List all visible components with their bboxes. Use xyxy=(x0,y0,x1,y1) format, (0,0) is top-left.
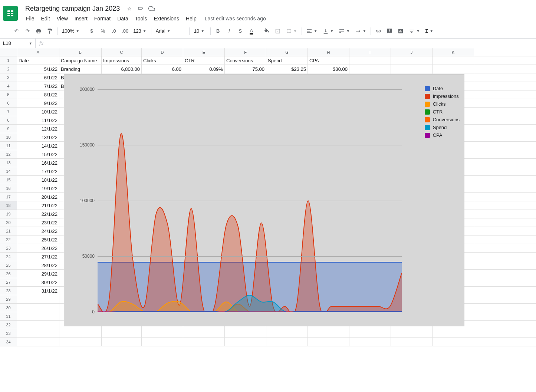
name-box[interactable]: L18▼ xyxy=(0,39,36,48)
cell[interactable] xyxy=(225,338,266,346)
cell[interactable] xyxy=(59,329,102,337)
cell[interactable] xyxy=(349,65,391,73)
col-header-D[interactable]: D xyxy=(142,48,183,56)
cell[interactable]: Impressions xyxy=(102,56,142,65)
star-icon[interactable]: ☆ xyxy=(126,5,133,12)
cell[interactable] xyxy=(17,304,59,312)
col-header-I[interactable]: I xyxy=(349,48,391,56)
menu-data[interactable]: Data xyxy=(114,14,131,23)
cell[interactable] xyxy=(308,329,349,337)
row-header-20[interactable]: 20 xyxy=(0,218,17,227)
row-header-7[interactable]: 7 xyxy=(0,108,17,116)
col-header-B[interactable]: B xyxy=(59,48,102,56)
cell[interactable]: $23.25 xyxy=(266,65,308,73)
h-align-button[interactable]: ▼ xyxy=(304,26,320,36)
cell[interactable]: 22/1/22 xyxy=(17,210,59,218)
cell[interactable]: 0.09% xyxy=(183,65,225,73)
cell[interactable]: Conversions xyxy=(225,56,266,65)
cell[interactable] xyxy=(17,329,59,337)
row-header-16[interactable]: 16 xyxy=(0,184,17,192)
cell[interactable]: 21/1/22 xyxy=(17,201,59,210)
row-header-3[interactable]: 3 xyxy=(0,73,17,82)
cell[interactable]: 24/1/22 xyxy=(17,227,59,235)
doc-title[interactable]: Retargeting campaign Jan 2023 xyxy=(23,4,122,13)
cell[interactable] xyxy=(349,329,391,337)
cell[interactable]: 6,800.00 xyxy=(102,65,142,73)
cell[interactable]: 75.00 xyxy=(225,65,266,73)
cell[interactable]: 23/1/22 xyxy=(17,218,59,227)
cell[interactable]: Clicks xyxy=(142,56,183,65)
col-header-C[interactable]: C xyxy=(102,48,142,56)
last-edit-link[interactable]: Last edit was seconds ago xyxy=(205,14,266,23)
row-header-24[interactable]: 24 xyxy=(0,253,17,261)
cell[interactable] xyxy=(349,338,391,346)
print-button[interactable] xyxy=(33,26,44,36)
cell[interactable]: 12/1/22 xyxy=(17,125,59,133)
cell[interactable] xyxy=(17,321,59,329)
cell[interactable]: Date xyxy=(17,56,59,65)
cell[interactable] xyxy=(102,329,142,337)
row-header-23[interactable]: 23 xyxy=(0,244,17,252)
cell[interactable] xyxy=(17,312,59,320)
undo-button[interactable]: ↶ xyxy=(11,26,22,36)
cell[interactable]: $30.00 xyxy=(308,65,349,73)
cell[interactable] xyxy=(266,338,308,346)
menu-format[interactable]: Format xyxy=(91,14,114,23)
cell[interactable] xyxy=(308,338,349,346)
row-header-30[interactable]: 30 xyxy=(0,304,17,312)
cell[interactable]: CTR xyxy=(183,56,225,65)
cell[interactable] xyxy=(17,338,59,346)
bold-button[interactable]: B xyxy=(213,26,223,36)
row-header-26[interactable]: 26 xyxy=(0,270,17,278)
number-format-dropdown[interactable]: 123▼ xyxy=(131,26,149,36)
cell[interactable]: 7/1/22 xyxy=(17,82,59,90)
v-align-button[interactable]: ▼ xyxy=(320,26,336,36)
col-header-E[interactable]: E xyxy=(183,48,225,56)
menu-insert[interactable]: Insert xyxy=(72,14,91,23)
col-header-F[interactable]: F xyxy=(225,48,266,56)
spreadsheet-grid[interactable]: ABCDEFGHIJK 1DateCampaign NameImpression… xyxy=(0,48,536,346)
cell[interactable]: 17/1/22 xyxy=(17,167,59,175)
col-header-H[interactable]: H xyxy=(308,48,349,56)
cell[interactable]: Campaign Name xyxy=(59,56,102,65)
cell[interactable] xyxy=(391,56,433,65)
row-header-25[interactable]: 25 xyxy=(0,261,17,269)
move-icon[interactable] xyxy=(137,5,144,12)
link-button[interactable] xyxy=(373,26,384,36)
row-header-14[interactable]: 14 xyxy=(0,167,17,175)
cloud-status-icon[interactable] xyxy=(148,5,155,12)
row-header-34[interactable]: 34 xyxy=(0,338,17,346)
cell[interactable]: 16/1/22 xyxy=(17,159,59,167)
increase-decimal-button[interactable]: .00 xyxy=(120,26,130,36)
row-header-4[interactable]: 4 xyxy=(0,82,17,90)
decrease-decimal-button[interactable]: .0 xyxy=(109,26,119,36)
cell[interactable] xyxy=(349,56,391,65)
col-header-J[interactable]: J xyxy=(391,48,433,56)
menu-view[interactable]: View xyxy=(54,14,71,23)
row-header-27[interactable]: 27 xyxy=(0,278,17,286)
cell[interactable]: 18/1/22 xyxy=(17,176,59,184)
cell[interactable] xyxy=(142,329,183,337)
cell[interactable]: 28/1/22 xyxy=(17,261,59,269)
col-header-K[interactable]: K xyxy=(433,48,474,56)
row-header-12[interactable]: 12 xyxy=(0,150,17,158)
row-header-18[interactable]: 18 xyxy=(0,201,17,210)
row-header-11[interactable]: 11 xyxy=(0,142,17,150)
cell[interactable] xyxy=(433,65,474,73)
functions-button[interactable]: Σ▼ xyxy=(423,26,435,36)
cell[interactable] xyxy=(183,329,225,337)
cell[interactable] xyxy=(433,329,474,337)
cell[interactable] xyxy=(391,329,433,337)
row-header-32[interactable]: 32 xyxy=(0,321,17,329)
cell[interactable]: 11/1/22 xyxy=(17,116,59,124)
cell[interactable]: 6.00 xyxy=(142,65,183,73)
cell[interactable] xyxy=(391,65,433,73)
row-header-5[interactable]: 5 xyxy=(0,90,17,99)
text-rotation-button[interactable]: ▼ xyxy=(353,26,368,36)
menu-help[interactable]: Help xyxy=(183,14,200,23)
menu-extensions[interactable]: Extensions xyxy=(151,14,182,23)
comment-button[interactable] xyxy=(384,26,395,36)
cell[interactable] xyxy=(59,338,102,346)
cell[interactable]: 25/1/22 xyxy=(17,235,59,244)
row-header-9[interactable]: 9 xyxy=(0,125,17,133)
